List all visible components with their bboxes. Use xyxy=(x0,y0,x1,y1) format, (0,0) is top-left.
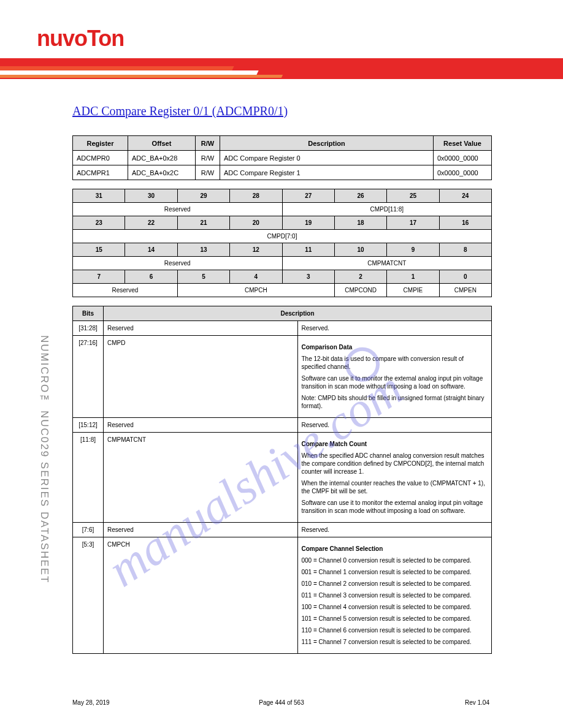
bit-num: 7 xyxy=(73,270,125,284)
bits-cell: [11:8] xyxy=(73,433,104,523)
table-row: [11:8] CMPMATCNT Compare Match Count Whe… xyxy=(73,433,492,523)
desc-line: 101 = Channel 5 conversion result is sel… xyxy=(302,615,488,623)
bit-num: 4 xyxy=(230,270,282,284)
field-cell: CMPCH xyxy=(104,537,298,654)
bit-num: 20 xyxy=(230,216,282,230)
desc-line: When the internal counter reaches the va… xyxy=(302,479,488,495)
desc-line: Software can use it to monitor the exter… xyxy=(302,499,488,515)
desc-cell: Reserved. xyxy=(297,418,492,433)
desc-cell: Reserved. xyxy=(297,523,492,537)
reg-cell: ADC_BA+0x28 xyxy=(128,151,196,165)
bit-layout-table: 31 30 29 28 27 26 25 24 Reserved CMPD[11… xyxy=(72,189,492,297)
section-title[interactable]: ADC Compare Register 0/1 (ADCMPR0/1) xyxy=(72,104,492,118)
field-cell: Reserved xyxy=(104,418,298,433)
reg-cell: R/W xyxy=(196,165,220,180)
table-row: ADCMPR1 ADC_BA+0x2C R/W ADC Compare Regi… xyxy=(73,165,492,180)
reg-hdr-desc: Description xyxy=(220,136,434,151)
bit-field: Reserved xyxy=(73,203,283,216)
bit-field: CMPMATCNT xyxy=(282,257,492,270)
desc-title: Comparison Data xyxy=(302,344,353,351)
bit-num: 14 xyxy=(125,243,177,257)
bit-field: CMPD[7:0] xyxy=(73,230,492,243)
bit-num: 28 xyxy=(230,189,282,203)
bit-num: 9 xyxy=(387,243,439,257)
reg-hdr-register: Register xyxy=(73,136,128,151)
header-banner xyxy=(0,58,563,79)
desc-cell: Comparison Data The 12-bit data is used … xyxy=(297,336,492,418)
desc-line: 111 = Channel 7 conversion result is sel… xyxy=(302,638,488,646)
bits-cell: [7:6] xyxy=(73,523,104,537)
table-row: [31:28] Reserved Reserved. xyxy=(73,321,492,336)
table-row: [27:16] CMPD Comparison Data The 12-bit … xyxy=(73,336,492,418)
reg-cell: ADCMPR1 xyxy=(73,165,128,180)
bit-num: 10 xyxy=(334,243,386,257)
table-row: [5:3] CMPCH Compare Channel Selection 00… xyxy=(73,537,492,654)
reg-cell: 0x0000_0000 xyxy=(434,151,492,165)
bit-num: 2 xyxy=(334,270,386,284)
bit-field: CMPIE xyxy=(387,284,439,297)
bit-num: 27 xyxy=(282,189,334,203)
desc-line: Reserved. xyxy=(302,526,330,533)
side-label: NUMICRO™ NUC029 SERIES DATASHEET xyxy=(36,300,50,619)
bit-num: 24 xyxy=(439,189,491,203)
bit-field: CMPD[11:8] xyxy=(282,203,492,216)
desc-cell: Reserved. xyxy=(297,321,492,336)
desc-line: 001 = Channel 1 conversion result is sel… xyxy=(302,568,488,576)
field-cell: Reserved xyxy=(104,523,298,537)
bit-field: Reserved xyxy=(73,257,283,270)
desc-line: 110 = Channel 6 conversion result is sel… xyxy=(302,626,488,634)
bits-cell: [31:28] xyxy=(73,321,104,336)
reg-cell: ADC Compare Register 0 xyxy=(220,151,434,165)
field-cell: CMPD xyxy=(104,336,298,418)
desc-line: Note: CMPD bits should be filled in unsi… xyxy=(302,394,488,410)
bit-num: 18 xyxy=(334,216,386,230)
bits-cell: [15:12] xyxy=(73,418,104,433)
table-row: ADCMPR0 ADC_BA+0x28 R/W ADC Compare Regi… xyxy=(73,151,492,165)
desc-line: 011 = Channel 3 conversion result is sel… xyxy=(302,591,488,599)
reg-cell: 0x0000_0000 xyxy=(434,165,492,180)
desc-title: Compare Channel Selection xyxy=(302,545,383,552)
bit-num: 22 xyxy=(125,216,177,230)
bit-num: 6 xyxy=(125,270,177,284)
bit-num: 17 xyxy=(387,216,439,230)
bit-num: 5 xyxy=(177,270,229,284)
bit-field: Reserved xyxy=(73,284,178,297)
reg-cell: ADC_BA+0x2C xyxy=(128,165,196,180)
description-table: Bits Description [31:28] Reserved Reserv… xyxy=(72,306,492,654)
desc-cell: Compare Channel Selection 000 = Channel … xyxy=(297,537,492,654)
bit-num: 19 xyxy=(282,216,334,230)
desc-line: 000 = Channel 0 conversion result is sel… xyxy=(302,556,488,564)
reg-cell: ADC Compare Register 1 xyxy=(220,165,434,180)
field-cell: CMPMATCNT xyxy=(104,433,298,523)
table-row: [7:6] Reserved Reserved. xyxy=(73,523,492,537)
field-cell: Reserved xyxy=(104,321,298,336)
bit-num: 15 xyxy=(73,243,125,257)
desc-hdr-bits: Bits xyxy=(73,306,104,321)
bit-num: 31 xyxy=(73,189,125,203)
reg-cell: ADCMPR0 xyxy=(73,151,128,165)
bit-field: CMPEN xyxy=(439,284,491,297)
reg-hdr-reset: Reset Value xyxy=(434,136,492,151)
bit-num: 16 xyxy=(439,216,491,230)
desc-line: Software can use it to monitor the exter… xyxy=(302,374,488,390)
bit-num: 11 xyxy=(282,243,334,257)
bit-num: 23 xyxy=(73,216,125,230)
desc-cell: Compare Match Count When the specified A… xyxy=(297,433,492,523)
bits-cell: [5:3] xyxy=(73,537,104,654)
footer-rev: Rev 1.04 xyxy=(465,699,489,706)
bit-num: 13 xyxy=(177,243,229,257)
desc-line: Reserved. xyxy=(302,422,330,428)
desc-hdr-desc: Description xyxy=(104,306,492,321)
bit-num: 1 xyxy=(387,270,439,284)
brand-logo: nuvoTon xyxy=(37,26,124,51)
bit-field: CMPCOND xyxy=(334,284,386,297)
register-table: Register Offset R/W Description Reset Va… xyxy=(72,135,492,180)
desc-line: The 12-bit data is used to compare with … xyxy=(302,355,488,371)
bit-num: 29 xyxy=(177,189,229,203)
reg-hdr-rw: R/W xyxy=(196,136,220,151)
reg-cell: R/W xyxy=(196,151,220,165)
desc-line: 100 = Channel 4 conversion result is sel… xyxy=(302,603,488,611)
desc-line: 010 = Channel 2 conversion result is sel… xyxy=(302,580,488,588)
bit-num: 21 xyxy=(177,216,229,230)
bit-num: 30 xyxy=(125,189,177,203)
